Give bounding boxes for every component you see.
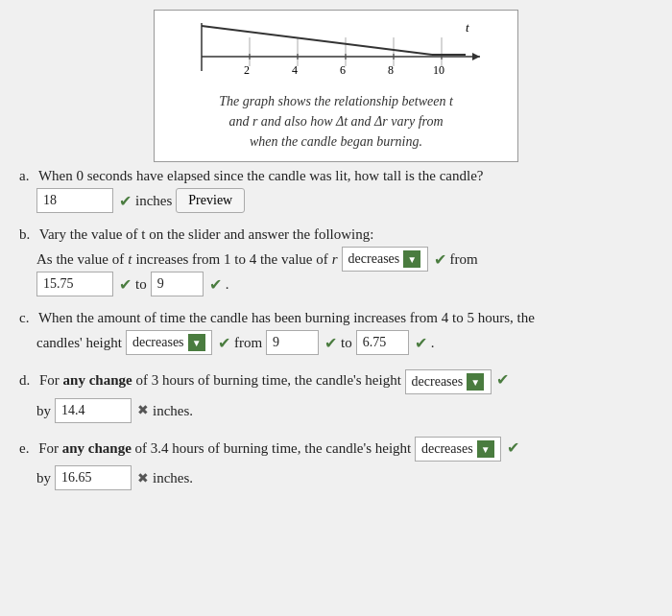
question-d-row: by 14.4 ✖ inches. <box>36 398 653 423</box>
question-c-text1: When the amount of time the candle has b… <box>38 310 535 325</box>
question-c-letter: c. <box>19 310 29 325</box>
question-d-unit: inches. <box>153 399 193 422</box>
svg-text:6: 6 <box>340 63 346 77</box>
graph-svg: 2 4 6 8 10 t <box>182 18 490 85</box>
question-a-letter: a. <box>19 168 29 183</box>
svg-text:8: 8 <box>388 63 394 77</box>
question-c-dropdown-value: decreases <box>132 335 184 350</box>
question-b-dropdown[interactable]: decreases <box>342 247 428 272</box>
question-c-value1[interactable]: 9 <box>266 330 319 355</box>
svg-text:2: 2 <box>244 63 250 77</box>
question-b-dropdown-arrow[interactable] <box>403 250 420 268</box>
svg-marker-1 <box>472 53 480 60</box>
question-d-value[interactable]: 14.4 <box>55 398 132 423</box>
question-b-period: . <box>226 272 229 296</box>
question-b-letter: b. <box>19 226 30 242</box>
question-e-dropdown-arrow[interactable] <box>477 440 494 458</box>
question-e-value[interactable]: 16.65 <box>55 465 132 490</box>
question-c: c. When the amount of time the candle ha… <box>19 310 653 355</box>
question-b-subtext1: As the value of <box>36 248 124 271</box>
svg-text:10: 10 <box>433 63 444 77</box>
question-a-text: When 0 seconds have elapsed since the ca… <box>38 168 484 183</box>
question-b-checkmark2: ✔ <box>119 275 132 294</box>
question-b-value1[interactable]: 15.75 <box>36 272 113 296</box>
question-e-unit: inches. <box>153 466 193 489</box>
question-e-dropdown-value: decreases <box>421 441 473 457</box>
svg-text:4: 4 <box>292 63 298 77</box>
question-d-bold: any change <box>63 372 132 388</box>
question-e-label: e. For any change of 3.4 hours of burnin… <box>19 437 653 462</box>
question-b-row2: 15.75 ✔ to 9 ✔ . <box>36 272 653 296</box>
question-c-dropdown[interactable]: decreases <box>126 330 212 355</box>
question-b-row1: As the value of t increases from 1 to 4 … <box>36 247 653 272</box>
question-c-period: . <box>431 331 435 354</box>
question-b-checkmark1: ✔ <box>434 250 446 269</box>
question-d-dropdown-value: decreases <box>412 374 464 390</box>
question-c-checkmark1: ✔ <box>218 334 230 352</box>
question-e-bold: any change <box>62 440 132 456</box>
question-d-text2: of 3 hours of burning time, the candle's… <box>135 372 400 388</box>
question-e-checkmark1: ✔ <box>507 439 519 456</box>
question-a: a. When 0 seconds have elapsed since the… <box>19 168 653 213</box>
question-e-letter: e. <box>19 440 29 456</box>
question-c-value2[interactable]: 6.75 <box>356 330 409 355</box>
question-a-input[interactable]: 18 <box>36 188 113 213</box>
svg-text:t: t <box>466 20 469 35</box>
question-b-from: from <box>450 248 478 271</box>
question-e-by: by <box>36 466 51 489</box>
graph-box: 2 4 6 8 10 t The graph shows the relatio… <box>154 10 518 162</box>
question-b-to: to <box>135 272 147 296</box>
question-c-dropdown-arrow[interactable] <box>188 334 205 351</box>
question-d-checkmark1: ✔ <box>496 371 509 388</box>
question-d-text1: For <box>39 372 60 388</box>
question-b-subtext3: increases from 1 to 4 the value of <box>135 248 327 271</box>
graph-caption: The graph shows the relationship between… <box>219 91 453 152</box>
question-d-dropdown-arrow[interactable] <box>467 373 484 391</box>
question-b-t: t <box>128 248 132 271</box>
question-c-text2: candles' height <box>36 331 122 354</box>
question-e-text2: of 3.4 hours of burning time, the candle… <box>135 440 412 456</box>
question-d: d. For any change of 3 hours of burning … <box>19 368 653 423</box>
question-d-label: d. For any change of 3 hours of burning … <box>19 368 653 394</box>
question-a-answer-row: 18 ✔ inches Preview <box>36 188 653 213</box>
question-d-dropdown[interactable]: decreases <box>405 369 492 394</box>
question-e-text1: For <box>38 440 59 456</box>
question-d-by: by <box>36 399 51 422</box>
svg-line-19 <box>202 26 432 55</box>
question-b-text: Vary the value of t on the slider and an… <box>39 226 374 242</box>
question-b-label: b. Vary the value of t on the slider and… <box>19 226 653 243</box>
preview-button[interactable]: Preview <box>176 188 245 213</box>
question-d-xmark: ✖ <box>137 402 149 418</box>
question-c-row: candles' height decreases ✔ from 9 ✔ to … <box>36 330 653 355</box>
question-b: b. Vary the value of t on the slider and… <box>19 226 653 296</box>
question-c-from: from <box>234 331 262 354</box>
question-b-value2[interactable]: 9 <box>151 272 204 296</box>
question-a-label: a. When 0 seconds have elapsed since the… <box>19 168 653 184</box>
question-b-checkmark3: ✔ <box>209 275 222 294</box>
question-a-checkmark: ✔ <box>119 192 132 210</box>
question-d-letter: d. <box>19 372 30 388</box>
question-b-dropdown-value: decreases <box>348 251 400 267</box>
question-c-to: to <box>341 331 352 354</box>
question-e: e. For any change of 3.4 hours of burnin… <box>19 437 653 491</box>
question-e-row: by 16.65 ✖ inches. <box>36 465 653 490</box>
question-c-checkmark3: ✔ <box>415 334 427 352</box>
question-c-checkmark2: ✔ <box>324 334 337 352</box>
graph-section: 2 4 6 8 10 t The graph shows the relatio… <box>19 10 653 162</box>
question-e-dropdown[interactable]: decreases <box>415 437 501 462</box>
question-e-xmark: ✖ <box>137 470 149 486</box>
question-c-label: c. When the amount of time the candle ha… <box>19 310 653 326</box>
question-a-unit: inches <box>135 193 172 209</box>
question-b-r: r <box>332 248 338 271</box>
